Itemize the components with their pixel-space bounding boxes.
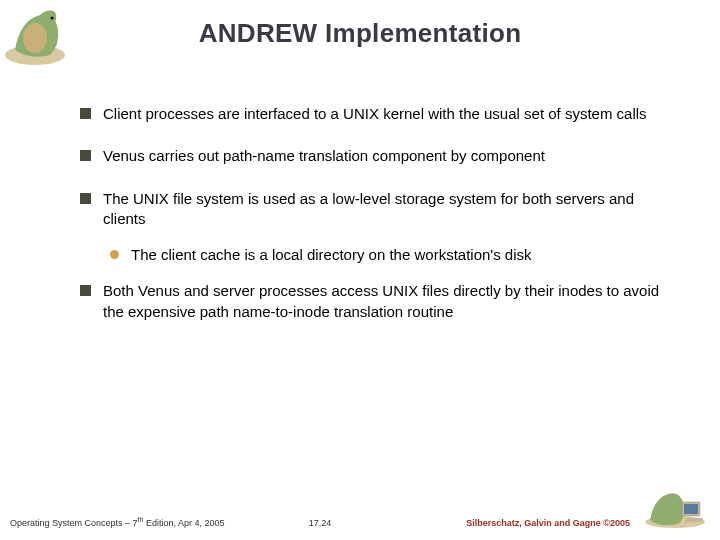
square-bullet-icon bbox=[80, 108, 91, 119]
square-bullet-icon bbox=[80, 150, 91, 161]
square-bullet-icon bbox=[80, 193, 91, 204]
circle-bullet-icon bbox=[110, 250, 119, 259]
footer: Operating System Concepts – 7th Edition,… bbox=[0, 516, 720, 528]
page-title: ANDREW Implementation bbox=[0, 0, 720, 49]
content-body: Client processes are interfaced to a UNI… bbox=[80, 104, 660, 322]
bullet-text: Venus carries out path-name translation … bbox=[103, 146, 660, 166]
sub-bullet-text: The client cache is a local directory on… bbox=[131, 245, 660, 265]
bullet-item: Both Venus and server processes access U… bbox=[80, 281, 660, 322]
bullet-text: Both Venus and server processes access U… bbox=[103, 281, 660, 322]
footer-left: Operating System Concepts – 7th Edition,… bbox=[10, 516, 289, 528]
bullet-text: The UNIX file system is used as a low-le… bbox=[103, 189, 660, 230]
bullet-item: Venus carries out path-name translation … bbox=[80, 146, 660, 166]
bullet-item: Client processes are interfaced to a UNI… bbox=[80, 104, 660, 124]
footer-left-suffix: Edition, Apr 4, 2005 bbox=[143, 518, 224, 528]
svg-rect-5 bbox=[684, 504, 698, 514]
bullet-text: Client processes are interfaced to a UNI… bbox=[103, 104, 660, 124]
sub-bullet-item: The client cache is a local directory on… bbox=[110, 245, 660, 265]
slide: ANDREW Implementation Client processes a… bbox=[0, 0, 720, 540]
svg-point-1 bbox=[23, 23, 47, 53]
square-bullet-icon bbox=[80, 285, 91, 296]
footer-left-prefix: Operating System Concepts – 7 bbox=[10, 518, 138, 528]
svg-point-2 bbox=[51, 17, 54, 20]
bullet-item: The UNIX file system is used as a low-le… bbox=[80, 189, 660, 230]
dinosaur-illustration-top bbox=[0, 0, 80, 70]
footer-center: 17.24 bbox=[289, 518, 352, 528]
footer-right: Silberschatz, Galvin and Gagne ©2005 bbox=[351, 518, 630, 528]
